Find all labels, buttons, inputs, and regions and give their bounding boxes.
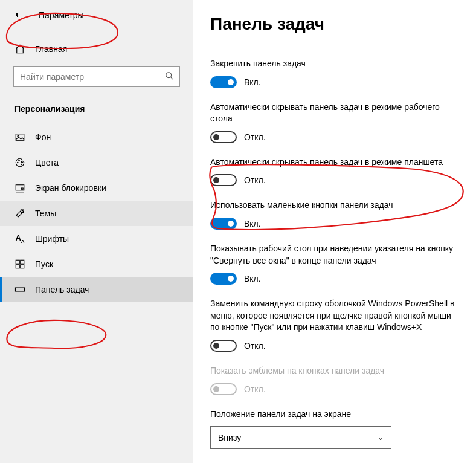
picture-icon <box>14 132 25 143</box>
setting-small-buttons: Использовать маленькие кнопки панели зад… <box>210 199 459 230</box>
header-row: 🠐 Параметры <box>0 0 193 25</box>
setting-autohide-tablet: Автоматически скрывать панель задач в ре… <box>210 157 459 187</box>
taskbar-icon <box>14 284 25 295</box>
svg-point-6 <box>21 164 22 165</box>
search-box <box>13 66 180 87</box>
chevron-down-icon: ⌄ <box>378 433 384 442</box>
start-icon <box>14 259 25 270</box>
main-panel: Панель задач Закрепить панель задач Вкл.… <box>193 0 476 463</box>
svg-rect-11 <box>16 260 19 264</box>
svg-rect-14 <box>21 265 24 268</box>
setting-label: Автоматически скрывать панель задач в ре… <box>210 102 459 125</box>
nav-start[interactable]: Пуск <box>0 251 193 277</box>
position-dropdown[interactable]: Внизу ⌄ <box>210 426 391 449</box>
svg-rect-8 <box>21 188 23 189</box>
toggle-state: Откл. <box>244 132 266 142</box>
dropdown-value: Внизу <box>218 433 241 442</box>
toggle-state: Вкл. <box>244 274 261 283</box>
setting-position: Положение панели задач на экране Внизу ⌄ <box>210 409 459 450</box>
home-label: Главная <box>35 44 67 54</box>
nav-label-background: Фон <box>35 132 51 142</box>
toggle-lock-taskbar[interactable] <box>210 76 237 88</box>
themes-icon <box>14 208 25 219</box>
toggle-state: Откл. <box>244 175 266 185</box>
nav-label-fonts: Шрифты <box>35 234 69 244</box>
header-title: Параметры <box>39 10 84 20</box>
setting-label: Заменить командную строку оболочкой Wind… <box>210 298 459 334</box>
toggle-small-buttons[interactable] <box>210 218 237 230</box>
setting-label: Показывать рабочий стол при наведении ук… <box>210 243 459 267</box>
nav-fonts[interactable]: AA Шрифты <box>0 226 193 251</box>
setting-lock-taskbar: Закрепить панель задач Вкл. <box>210 58 459 88</box>
home-nav[interactable]: Главная <box>0 37 193 60</box>
setting-badges: Показать эмблемы на кнопках панели задач… <box>210 365 459 395</box>
svg-point-0 <box>166 73 172 78</box>
search-input[interactable] <box>13 66 180 87</box>
setting-label: Положение панели задач на экране <box>210 409 459 421</box>
toggle-state: Откл. <box>244 341 266 351</box>
nav-colors[interactable]: Цвета <box>0 150 193 175</box>
toggle-autohide-desktop[interactable] <box>210 131 237 143</box>
lockscreen-icon <box>14 183 25 193</box>
nav-background[interactable]: Фон <box>0 125 193 150</box>
back-icon[interactable]: 🠐 <box>14 10 24 21</box>
setting-label: Показать эмблемы на кнопках панели задач <box>210 365 459 377</box>
nav-label-lockscreen: Экран блокировки <box>35 183 106 193</box>
nav-label-colors: Цвета <box>35 158 59 167</box>
fonts-icon: AA <box>14 233 25 244</box>
search-icon <box>165 71 174 82</box>
toggle-state: Вкл. <box>244 219 261 228</box>
svg-point-4 <box>18 162 19 163</box>
svg-rect-13 <box>16 265 19 268</box>
svg-point-3 <box>18 135 19 137</box>
nav-themes[interactable]: Темы <box>0 201 193 226</box>
svg-point-5 <box>19 160 20 161</box>
setting-powershell: Заменить командную строку оболочкой Wind… <box>210 298 459 352</box>
svg-rect-15 <box>16 288 25 291</box>
toggle-badges <box>210 383 237 395</box>
setting-peek-desktop: Показывать рабочий стол при наведении ук… <box>210 243 459 285</box>
svg-line-1 <box>170 77 173 79</box>
nav-label-start: Пуск <box>35 259 53 269</box>
toggle-state: Вкл. <box>244 77 261 87</box>
toggle-autohide-tablet[interactable] <box>210 174 237 186</box>
toggle-peek-desktop[interactable] <box>210 273 237 285</box>
nav-label-taskbar: Панель задач <box>35 285 89 294</box>
toggle-powershell[interactable] <box>210 340 237 352</box>
nav-lockscreen[interactable]: Экран блокировки <box>0 175 193 201</box>
setting-label: Автоматически скрывать панель задач в ре… <box>210 157 459 169</box>
setting-label: Использовать маленькие кнопки панели зад… <box>210 199 459 212</box>
setting-autohide-desktop: Автоматически скрывать панель задач в ре… <box>210 102 459 143</box>
toggle-state: Откл. <box>244 384 266 394</box>
nav-taskbar[interactable]: Панель задач <box>0 277 193 302</box>
palette-icon <box>14 157 25 168</box>
nav-label-themes: Темы <box>35 209 56 218</box>
settings-sidebar: 🠐 Параметры Главная Персонализация Фон Ц… <box>0 0 193 463</box>
svg-rect-12 <box>21 260 24 264</box>
page-title: Панель задач <box>210 15 459 34</box>
section-title: Персонализация <box>0 99 193 125</box>
home-icon <box>14 44 25 54</box>
svg-rect-2 <box>16 134 24 141</box>
setting-label: Закрепить панель задач <box>210 58 459 70</box>
